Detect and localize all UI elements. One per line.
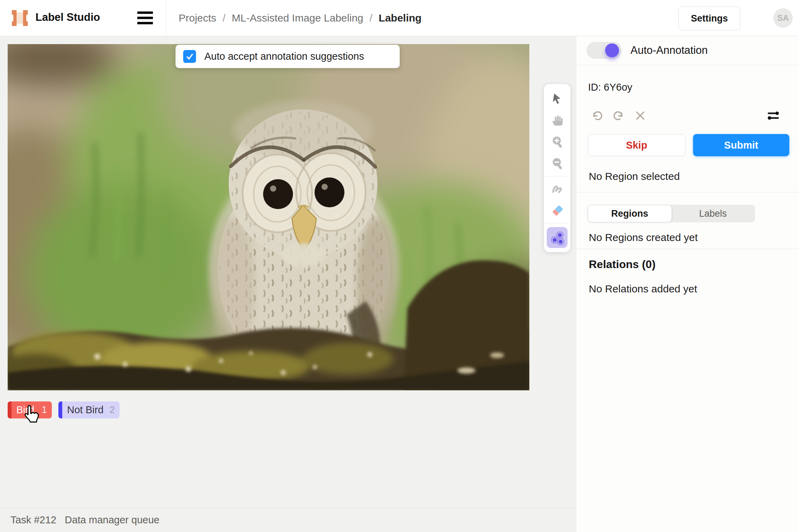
annotation-id: ID: 6Y6oy (588, 82, 632, 93)
app-title: Label Studio (35, 11, 100, 24)
menu-bar (137, 11, 153, 14)
undo-button[interactable] (590, 109, 604, 123)
task-image[interactable] (8, 44, 529, 390)
toolbar-divider (544, 176, 570, 176)
status-bar: Task #212 Data manager queue (0, 507, 576, 532)
zoom-in-tool-button[interactable] (547, 131, 567, 153)
breadcrumb-projects[interactable]: Projects (179, 12, 216, 24)
no-relations-text: No Relations added yet (589, 283, 697, 295)
pointer-tool-button[interactable] (547, 88, 567, 110)
app-header: Label Studio Projects / ML-Assisted Imag… (0, 0, 798, 36)
sidebar-divider (576, 249, 798, 249)
pan-tool-button[interactable] (547, 110, 567, 131)
label-hotkey: 2 (109, 405, 115, 415)
reset-annotation-button[interactable] (633, 109, 647, 123)
auto-annotation-label: Auto-Annotation (630, 44, 708, 57)
breadcrumb-project-name[interactable]: ML-Assisted Image Labeling (232, 12, 364, 24)
menu-bar (137, 17, 153, 19)
label-chip-not-bird[interactable]: Not Bird 2 (58, 401, 120, 418)
queue-name: Data manager queue (65, 514, 159, 526)
checkmark-icon (185, 52, 194, 61)
eraser-tool-button[interactable] (547, 200, 567, 221)
label-color-stripe (58, 401, 62, 418)
breadcrumb-separator: / (369, 12, 372, 24)
toggle-knob (605, 43, 619, 57)
redo-button[interactable] (612, 109, 626, 123)
annotation-workspace: Auto accept annotation suggestions (0, 36, 576, 532)
magic-wand-tool-button[interactable] (547, 227, 568, 248)
sliders-icon (766, 109, 780, 123)
auto-accept-label: Auto accept annotation suggestions (204, 51, 364, 62)
relations-heading: Relations (0) (589, 258, 656, 271)
skip-button[interactable]: Skip (588, 134, 685, 156)
auto-accept-checkbox[interactable] (183, 50, 196, 63)
breadcrumb-current-page: Labeling (379, 12, 422, 24)
eraser-icon (551, 204, 564, 217)
regions-labels-tabs: Regions Labels (588, 205, 755, 222)
sidebar-divider (576, 192, 798, 192)
zoom-in-icon (551, 135, 564, 149)
submit-button[interactable]: Submit (693, 134, 789, 156)
label-text: Not Bird (67, 404, 104, 416)
settings-button[interactable]: Settings (678, 7, 740, 30)
no-region-selected-text: No Region selected (589, 171, 680, 182)
canvas-toolbar (544, 84, 570, 252)
menu-bar (137, 22, 153, 24)
label-hotkey: 1 (42, 405, 47, 415)
label-studio-logo-icon[interactable] (10, 9, 29, 27)
menu-button[interactable] (137, 11, 153, 24)
auto-accept-card: Auto accept annotation suggestions (176, 45, 400, 68)
zoom-out-tool-button[interactable] (547, 153, 567, 174)
zoom-out-icon (551, 157, 564, 170)
annotation-sidebar: Auto-Annotation ID: 6Y6oy (576, 36, 798, 532)
redo-icon (612, 109, 626, 123)
view-settings-button[interactable] (766, 109, 780, 123)
pointer-icon (551, 92, 564, 106)
brush-tool-button[interactable] (547, 178, 567, 200)
tab-labels[interactable]: Labels (671, 205, 755, 222)
hand-icon (551, 114, 564, 127)
auto-annotation-row: Auto-Annotation (576, 36, 798, 65)
auto-annotation-toggle[interactable] (587, 42, 621, 59)
brush-icon (551, 182, 564, 196)
header-divider (166, 0, 166, 36)
label-color-stripe (8, 401, 11, 418)
mouse-cursor-icon (21, 405, 40, 425)
toolbar-divider (544, 223, 570, 223)
tab-regions[interactable]: Regions (588, 205, 672, 222)
user-avatar[interactable]: SA (773, 8, 793, 28)
close-icon (633, 109, 647, 123)
breadcrumb-separator: / (222, 12, 225, 24)
magic-wand-icon (549, 230, 565, 246)
task-number: Task #212 (10, 514, 56, 526)
breadcrumb: Projects / ML-Assisted Image Labeling / … (179, 0, 422, 36)
label-studio-app: Label Studio Projects / ML-Assisted Imag… (0, 0, 798, 532)
no-regions-text: No Regions created yet (589, 232, 698, 243)
undo-icon (590, 109, 604, 123)
